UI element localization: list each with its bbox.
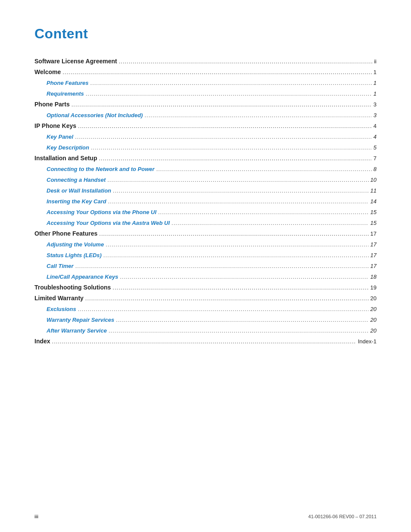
toc-entry: Line/Call Appearance Keys18 [34, 273, 377, 280]
footer-document-info: 41-001266-06 REV00 – 07.2011 [308, 514, 377, 519]
toc-page-number: 15 [371, 209, 377, 215]
footer-page-number: iii [34, 514, 38, 519]
toc-entry: Phone Parts3 [34, 100, 377, 108]
toc-page-number: 1 [374, 80, 377, 86]
toc-label: Key Panel [47, 134, 73, 140]
toc-label: Key Description [47, 144, 89, 151]
toc-page-number: 20 [371, 295, 377, 302]
toc-dots [116, 316, 368, 324]
toc-dots [78, 305, 369, 313]
toc-dots [103, 251, 369, 259]
toc-page-number: 3 [374, 112, 377, 118]
toc-dots [144, 111, 371, 119]
toc-page-number: 4 [374, 134, 377, 140]
toc-dots [75, 262, 369, 270]
toc-entry: Other Phone Features17 [34, 230, 377, 237]
toc-dots [107, 176, 368, 184]
toc-entry: Adjusting the Volume17 [34, 240, 377, 248]
toc-label: Index [34, 338, 50, 345]
toc-dots [120, 273, 368, 280]
toc-entry: Phone Features1 [34, 79, 377, 87]
toc-page-number: 10 [371, 177, 377, 183]
toc-entry: Optional Accessories (Not Included)3 [34, 111, 377, 119]
toc-label: Call Timer [47, 263, 74, 269]
toc-label: Inserting the Key Card [47, 198, 106, 205]
toc-page-number: ii [374, 58, 377, 65]
toc-page-number: 4 [374, 123, 377, 129]
toc-label: Welcome [34, 68, 61, 75]
toc-dots [158, 208, 369, 216]
toc-entry: Welcome1 [34, 68, 377, 76]
toc-dots [109, 327, 369, 334]
toc-label: Installation and Setup [34, 155, 97, 162]
toc-entry: Status Lights (LEDs)17 [34, 251, 377, 259]
toc-page-number: 17 [371, 241, 377, 248]
toc-entry: Limited Warranty20 [34, 294, 377, 302]
toc-dots [156, 165, 372, 173]
toc-page-number: Index-1 [358, 338, 377, 345]
toc-page-number: 20 [371, 317, 377, 323]
toc-dots [119, 57, 373, 65]
toc-page-number: 17 [371, 263, 377, 269]
toc-entry: Software License Agreementii [34, 57, 377, 65]
toc-page-number: 18 [371, 274, 377, 280]
toc-entry: Key Panel4 [34, 133, 377, 140]
toc-label: Connecting to the Network and to Power [47, 166, 155, 172]
page: Content Software License AgreementiiWelc… [0, 0, 411, 532]
toc-entry: Key Description5 [34, 143, 377, 151]
toc-page-number: 20 [371, 306, 377, 312]
toc-label: Connecting a Handset [47, 177, 106, 183]
toc-entry: IP Phone Keys4 [34, 122, 377, 130]
toc-label: Software License Agreement [34, 58, 117, 65]
toc-dots [99, 154, 371, 162]
toc-entry: Warranty Repair Services20 [34, 316, 377, 324]
toc-dots [86, 90, 372, 97]
toc-label: Optional Accessories (Not Included) [47, 112, 143, 118]
toc-page-number: 5 [374, 144, 377, 151]
table-of-contents: Software License AgreementiiWelcome1Phon… [34, 57, 377, 345]
toc-entry: Troubleshooting Solutions19 [34, 283, 377, 291]
toc-page-number: 3 [374, 101, 377, 108]
toc-label: Accessing Your Options via the Aastra We… [47, 220, 170, 226]
toc-page-number: 14 [371, 198, 377, 205]
toc-label: Warranty Repair Services [47, 317, 114, 323]
toc-dots [112, 283, 368, 291]
toc-label: Requirements [47, 90, 84, 97]
toc-label: Line/Call Appearance Keys [47, 274, 118, 280]
toc-label: After Warranty Service [47, 327, 107, 334]
toc-entry: Call Timer17 [34, 262, 377, 270]
toc-page-number: 8 [374, 166, 377, 172]
toc-label: Accessing Your Options via the Phone UI [47, 209, 156, 215]
toc-dots [171, 219, 368, 227]
toc-label: Phone Features [47, 80, 89, 86]
toc-dots [62, 68, 372, 76]
toc-page-number: 11 [371, 187, 377, 194]
toc-page-number: 1 [374, 90, 377, 97]
toc-label: Limited Warranty [34, 295, 84, 302]
toc-dots [90, 79, 372, 87]
toc-dots [85, 294, 369, 302]
toc-entry: IndexIndex-1 [34, 337, 377, 345]
toc-label: Adjusting the Volume [47, 241, 104, 248]
toc-entry: Requirements1 [34, 90, 377, 97]
toc-dots [106, 240, 368, 248]
toc-entry: Exclusions20 [34, 305, 377, 313]
toc-dots [108, 197, 369, 205]
toc-dots [72, 100, 372, 108]
toc-entry: Accessing Your Options via the Aastra We… [34, 219, 377, 227]
toc-label: Desk or Wall Installation [47, 187, 111, 194]
toc-page-number: 20 [371, 327, 377, 334]
page-title: Content [34, 26, 377, 42]
toc-entry: Connecting a Handset10 [34, 176, 377, 184]
toc-label: Phone Parts [34, 101, 70, 108]
toc-page-number: 19 [371, 284, 377, 291]
toc-dots [99, 230, 368, 237]
toc-dots [113, 187, 369, 194]
toc-dots [52, 337, 356, 345]
toc-label: Other Phone Features [34, 230, 97, 237]
toc-page-number: 15 [371, 220, 377, 226]
toc-entry: Installation and Setup7 [34, 154, 377, 162]
toc-dots [78, 122, 372, 130]
toc-entry: Connecting to the Network and to Power8 [34, 165, 377, 173]
toc-page-number: 7 [374, 155, 377, 162]
